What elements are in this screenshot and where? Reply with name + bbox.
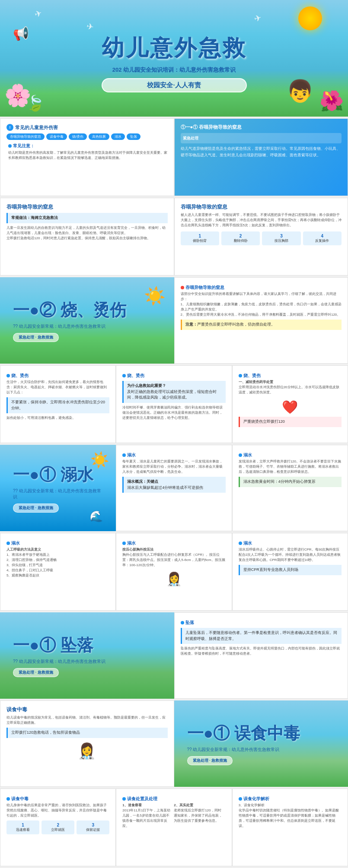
poisoning-d3-title: 误食化学解析: [239, 796, 342, 802]
drowning-d2-title: 溺水: [122, 540, 225, 546]
slide-drowning-header: 一●① 溺水 ?? 幼儿园安全新常规：幼儿意外伤害生急救常识 紧急处理 · 急救…: [0, 445, 348, 531]
drowning-d2-body: 按压心脏胸外按压法 胸外心脏按压与人工呼吸配合进行心肺复苏术（CPR）。按压位置…: [122, 547, 225, 568]
dot-icon: [122, 797, 126, 801]
rescue-steps: 1 俯卧拍背 2 翻转仰卧 3 按压胸部 4 反复操作: [181, 231, 342, 245]
sun-icon: [298, 6, 322, 30]
paper-plane-icon-2: ✈: [86, 21, 95, 33]
paper-plane-icon: ✈: [33, 8, 43, 20]
leaf-decoration: 🍃: [26, 95, 45, 112]
drowning-i1-title: 溺水: [122, 452, 225, 458]
wave-icon: 🌊: [89, 510, 103, 523]
accidents-description: 常见注意： 幼儿时期是意外伤害的高发期，了解常见的儿童意外伤害类型及急救方法对于…: [6, 142, 168, 161]
burns-note-box: 注意：严重烫伤后要立即呼叫急救，切勿擅自处理。: [181, 320, 342, 330]
drowning-i2-note: 溺水急救黄金时间：4分钟内开始心肺复苏: [239, 477, 342, 487]
tag-choking: 吞咽异物导致的窒息: [6, 133, 45, 140]
slide-burns-header: 一●② 烧、烫伤 ?? 幼儿园安全新常规：幼儿意外伤害生急救常识 紧急处理 · …: [0, 277, 348, 364]
poisoning-d3-body: 3、误食化学解析 化学品中毒时切勿随意催吐（特别是腐蚀性物质中毒）。如果是酸性物…: [239, 803, 342, 829]
dot-icon: [239, 374, 242, 377]
dot-icon: [6, 374, 10, 377]
slide-choking-rescue: 吞咽异物导致的窒息 常规做法：海姆立克急救法 儿童一旦发生因幼儿的自救意识与能力…: [0, 198, 348, 276]
drowning-d1-body: 人工呼吸的方法及意义 1、将溺水者平放于硬地面上 2、清理口腔异物，保持气道通畅…: [6, 547, 109, 578]
drowning-d3-note: 坚持CPR直到专业急救人员到场: [239, 565, 342, 575]
drowning-i1-body: 每年夏天，溺水是儿童死亡的重要原因之一。一旦发现溺水事故，家长和教师应立即采取行…: [122, 459, 225, 475]
poisoning-illustration: 一●① 误食中毒 ?? 幼儿园安全新常规：幼儿意外伤害生急救常识 紧急处理 · …: [174, 700, 348, 787]
drowning-info-1: 溺水 每年夏天，溺水是儿童死亡的重要原因之一。一旦发现溺水事故，家长和教师应立即…: [116, 445, 232, 531]
drowning-i1-box: 溺水概况：关键点 溺水后大脑缺氧超过4分钟将造成不可逆损伤: [122, 477, 225, 493]
dot-icon: [239, 797, 242, 801]
falling-title: 一●① 坠落: [13, 634, 105, 656]
dot-icon: [122, 453, 126, 457]
burns-d3-title: 烧、烫伤: [239, 373, 342, 379]
info-icon: !: [6, 124, 13, 131]
burns-d3-body: 一、减轻烫伤药学处置 立即用流动冷水冲洗烫伤部位20分钟以上。冷水可以迅速降低皮…: [239, 380, 342, 395]
dot-icon: [6, 797, 10, 801]
p-step-2: 2 立即就医: [42, 820, 74, 834]
poisoning-d1: 误食中毒 幼儿身体中毒的后果是非常严重的，请尽快到医院救治。如果孩子突然出现腹痛…: [0, 789, 116, 866]
choking-rescue-text1: 儿童一旦发生因幼儿的自救意识与能力不足，儿童的头部及气道还没有发育完全，一旦异物…: [6, 225, 168, 236]
cover-slogan: 校园安全·人人有责: [102, 78, 247, 92]
dot-icon: [122, 542, 126, 545]
drowning-illustration: 一●① 溺水 ?? 幼儿园安全新常规：幼儿意外伤害生急救常识 紧急处理 · 急救…: [0, 445, 116, 531]
tag-fever: 高热惊厥: [89, 133, 109, 140]
megaphone-icon: 📢: [13, 26, 29, 41]
slide-poisoning-detail: 误食中毒 幼儿身体中毒的后果是非常严重的，请尽快到医院救治。如果孩子突然出现腹痛…: [0, 789, 348, 866]
step-2: 2 翻转仰卧: [221, 231, 260, 245]
burns-d2-body: 冷却时间不够、使用牙膏酱油民间偏方、强行剥去粘连衣物等错误做法会使情况恶化。正确…: [122, 405, 225, 421]
accidents-tags: 吞咽异物导致的窒息 误食中毒 烧/烫伤 高热惊厥 溺水 坠落: [6, 133, 168, 140]
drowning-d1-title: 溺水: [6, 540, 109, 546]
burns-d3-warning: 严重烧烫伤立即拨打120: [239, 417, 342, 427]
slide-cover: ✈ ✈ ✈ 🌸 🍃 🌺 👦 📢 幼儿意外急救 202 幼儿园安全知识培训：幼儿意…: [0, 0, 348, 117]
falling-illustration: 一●① 坠落 ?? 幼儿园安全新常规：幼儿意外伤害生急救常识 紧急处理 · 急救…: [0, 612, 174, 699]
burns-d1-body: 生活中，火灾综合防护和，先找出如何避免更多，着火的情形包含：厨房失火、电器起火、…: [6, 380, 109, 395]
paper-plane-icon-3: ✈: [253, 12, 263, 24]
choking-rescue-text2: 立即拨打急救电话120，同时对患儿进行紧急处置。保持患儿清醒，鼓励其自主咳嗽排出…: [6, 236, 168, 241]
choking-rescue-right: 吞咽异物导致的窒息 被人进入儿童需要求一样、可能短调节，不要恐慌。不要试图把孩子…: [174, 198, 348, 276]
flower-decoration-right: 🌺: [319, 89, 344, 112]
burns-title: 一●② 烧、烫伤: [13, 299, 126, 321]
accidents-list-panel: ! 常见的儿童意外伤害 吞咽异物导致的窒息 误食中毒 烧/烫伤 高热惊厥 溺水 …: [0, 118, 174, 196]
slide-drowning-detail: 溺水 人工呼吸的方法及意义 1、将溺水者平放于硬地面上 2、清理口腔异物，保持气…: [0, 533, 348, 611]
drowning-i2-body: 发现溺水者，立即大声呼救并拨打120。不会游泳者不要盲目下水施救，可借助绳子、竹…: [239, 459, 342, 475]
tag-falling: 坠落: [127, 133, 140, 140]
burns-d1-title: 烧、烫伤: [6, 373, 109, 379]
step-4: 4 反复操作: [303, 231, 342, 245]
falling-info-title: 坠落: [181, 620, 342, 626]
burns-badge: 紧急处理 · 急救措施: [13, 333, 59, 342]
poisoning-title-big: 一●① 误食中毒: [187, 722, 300, 744]
p-step-1: 1 迅速察看: [6, 820, 39, 834]
burns-info-text3: 2、烫伤后需要立即用大量冷水冲洗，不涂任何物品，用干净敷料覆盖，及时就医，严重需…: [181, 312, 342, 317]
tag-burns: 烧/烫伤: [69, 133, 87, 140]
poisoning-d1-title: 误食中毒: [6, 796, 109, 802]
poisoning-d2-col1: 1、迷食察看 2013年11月1日下午，上海某幼儿园，一名5岁幼童在幼儿园不慎吞…: [122, 803, 172, 829]
burns-d2-title: 烧、烫伤: [122, 373, 225, 379]
choking-intro-panel: ①一●① 吞咽异物导致的窒息 紧急处理 幼儿气道异物梗阻是危及生命的紧急情况，需…: [174, 118, 348, 196]
step-3: 3 按压胸部: [262, 231, 300, 245]
poisoning-body1: 幼儿误食中毒的情况较为常见，包括误食药物、清洁剂、有毒植物等。预防是最重要的，但…: [6, 715, 168, 725]
cover-subtitle: 202 幼儿园安全知识培训：幼儿意外伤害急救常识: [102, 66, 247, 74]
burns-info-text2: 1、儿童细胞组织嫩软细嫩，皮肤薄嫩，免疫力低，皮肤烫伤后，烫伤处理，伤口仍一如果…: [181, 302, 342, 312]
slide-accidents-overview: ! 常见的儿童意外伤害 吞咽异物导致的窒息 误食中毒 烧/烫伤 高热惊厥 溺水 …: [0, 118, 348, 196]
falling-info: 坠落 儿童坠落后，不要随意移动伤者。第一件事是检查意识，呼叫患者确认其是否有反应…: [174, 612, 348, 699]
p-step-3: 3 保留证据: [77, 820, 109, 834]
dot-icon: [239, 453, 242, 457]
dot-icon: [239, 542, 242, 545]
dot-icon: [8, 144, 12, 148]
choking-rescue-title-right: 吞咽异物导致的窒息: [181, 203, 342, 211]
poisoning-note: 立即拨打120急救电话，告知所误食物品: [6, 728, 168, 738]
burns-info-text1: 该部分中安全知识提升班的将着重讲解以下具体内容，请大家认真学习，仔细了解，彼此交…: [181, 291, 342, 302]
sub1-label: 常见注意：: [8, 142, 168, 149]
poisoning-left: 误食中毒 幼儿误食中毒的情况较为常见，包括误食药物、清洁剂、有毒植物等。预防是最…: [0, 700, 174, 787]
child-illustration: 👦: [287, 79, 313, 104]
slide-falling-header: 一●① 坠落 ?? 幼儿园安全新常规：幼儿意外伤害生急救常识 紧急处理 · 急救…: [0, 612, 348, 699]
burns-info-panel: 吞咽异物导致的窒息 该部分中安全知识提升班的将着重讲解以下具体内容，请大家认真学…: [174, 277, 348, 364]
sun-icon-drowning: ☀️: [90, 451, 109, 469]
falling-subtitle: ?? 幼儿园安全新常规：幼儿意外伤害生急救常识: [13, 659, 105, 665]
drowning-d3: 溺水 溺水后呼吸停止、心跳停止时，需立即进行CPR。每30次胸外按压配合2次人工…: [232, 533, 348, 611]
falling-body: 坠落伤的严重程度与坠落高度、落地方式有关。即使外观无明显伤口，内部也可能有损伤，…: [181, 646, 342, 656]
drowning-d3-body: 溺水后呼吸停止、心跳停止时，需立即进行CPR。每30次胸外按压配合2次人工呼吸为…: [239, 547, 342, 563]
poisoning-steps: 1 迅速察看 2 立即就医 3 保留证据: [6, 820, 109, 834]
burns-d1-box: 不要紧张，保持冷静。立即用冷水冲洗烫伤部位至少20分钟。: [6, 397, 109, 413]
step-1: 1 俯卧拍背: [181, 231, 219, 245]
nurse-icon: 👩‍⚕️: [6, 742, 168, 760]
dot-icon: [181, 621, 184, 624]
